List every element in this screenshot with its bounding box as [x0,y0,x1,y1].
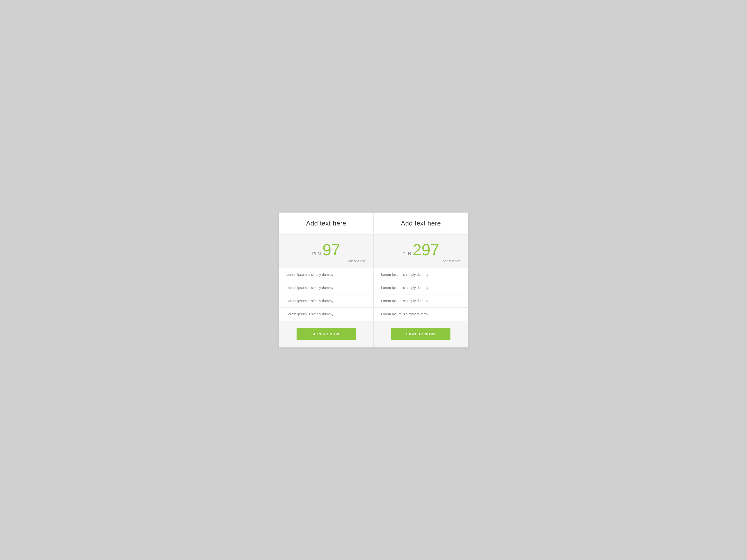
list-item: Lorem Ipsum is simply dummy [374,268,468,281]
plan-right-price-section: PLN 297 Add text here [374,235,468,268]
plan-right-title: Add text here [401,219,441,227]
plan-right-price-row: PLN 297 [379,242,463,258]
plan-left-price-note: Add text here [284,259,368,263]
plan-right-signup-button[interactable]: SIGN UP NOW! [391,328,450,340]
list-item: Lorem Ipsum is simply dummy [374,281,468,294]
list-item: Lorem Ipsum is simply dummy [374,294,468,308]
plan-right: Add text here PLN 297 Add text here Lore… [374,213,468,347]
list-item: Lorem Ipsum is simply dummy [374,308,468,321]
plan-left-price-section: PLN 97 Add text here [279,235,374,268]
plan-left-amount: 97 [323,242,340,258]
list-item: Lorem Ipsum is simply dummy [279,308,374,321]
plan-right-price-note: Add text here [379,259,463,263]
plan-right-currency: PLN [403,251,411,257]
plan-right-header: Add text here [374,213,468,235]
plan-right-amount: 297 [413,242,439,258]
plan-left-signup-button[interactable]: SIGN UP NOW! [297,328,356,340]
plan-right-footer: SIGN UP NOW! [374,321,468,347]
list-item: Lorem Ipsum is simply dummy [279,281,374,294]
list-item: Lorem Ipsum is simply dummy [279,268,374,281]
list-item: Lorem Ipsum is simply dummy [279,294,374,308]
plan-left-footer: SIGN UP NOW! [279,321,374,347]
plan-left-price-row: PLN 97 [284,242,368,258]
plan-right-features: Lorem Ipsum is simply dummy Lorem Ipsum … [374,268,468,321]
plan-left-title: Add text here [306,219,346,227]
pricing-table: Add text here PLN 97 Add text here Lorem… [279,213,468,347]
plan-left: Add text here PLN 97 Add text here Lorem… [279,213,374,347]
plan-left-currency: PLN [312,251,321,257]
plan-left-features: Lorem Ipsum is simply dummy Lorem Ipsum … [279,268,374,321]
plan-left-header: Add text here [279,213,374,235]
